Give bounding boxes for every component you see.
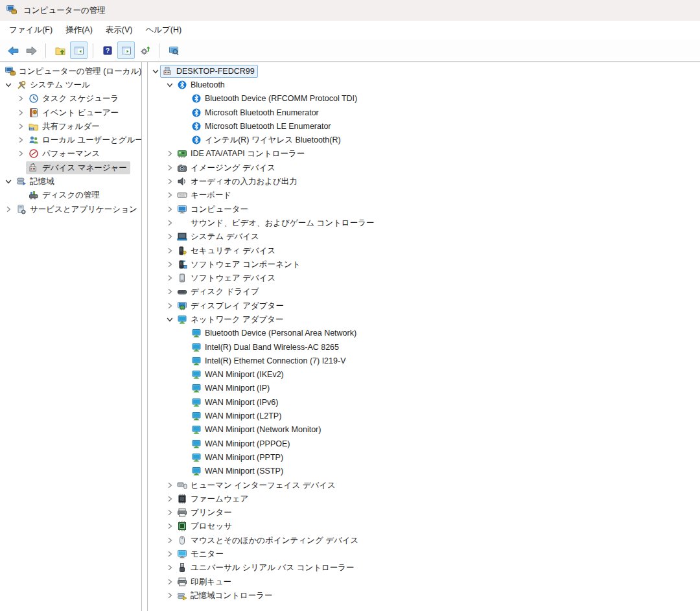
tree-item[interactable]: ユニバーサル シリアル バス コントローラー [148, 561, 700, 575]
tree-item[interactable]: ネットワーク アダプター [148, 312, 700, 326]
chevron-collapsed-icon[interactable] [165, 178, 174, 185]
tree-item[interactable]: WAN Miniport (L2TP) [148, 409, 700, 422]
tree-item[interactable]: オーディオの入力および出力 [148, 174, 700, 188]
tree-item-content: WAN Miniport (IP) [189, 382, 273, 395]
tree-item[interactable]: ディスク ドライブ [148, 285, 700, 299]
tree-item[interactable]: ディスクの管理 [0, 189, 141, 202]
tree-item[interactable]: 記憶域コントローラー [148, 588, 700, 602]
chevron-collapsed-icon[interactable] [165, 248, 174, 254]
tree-item[interactable]: コンピューターの管理 (ローカル) [0, 64, 141, 78]
chevron-collapsed-icon[interactable] [165, 551, 174, 557]
tree-item[interactable]: Bluetooth Device (Personal Area Network) [148, 327, 700, 340]
help-button[interactable]: ? [99, 41, 116, 59]
tree-item[interactable]: WAN Miniport (Network Monitor) [148, 423, 700, 437]
tree-item[interactable]: ソフトウェア デバイス [148, 271, 700, 284]
tree-item[interactable]: イメージング デバイス [148, 161, 700, 174]
tree-item[interactable]: WAN Miniport (PPPOE) [148, 437, 700, 450]
disk-management-icon [28, 190, 39, 200]
tree-item[interactable]: コンピューター [148, 202, 700, 216]
tree-item[interactable]: ファームウェア [148, 492, 700, 505]
tree-item[interactable]: プロセッサ [148, 520, 700, 533]
tree-item-content: イメージング デバイス [174, 161, 279, 174]
tree-item[interactable]: キーボード [148, 189, 700, 202]
remote-computer-button[interactable] [165, 41, 182, 59]
tree-item[interactable]: サービスとアプリケーション [0, 202, 141, 216]
tree-item[interactable]: Bluetooth Device (RFCOMM Protocol TDI) [148, 92, 700, 106]
forward-button[interactable] [23, 41, 40, 59]
tree-item[interactable]: ローカル ユーザーとグループ [0, 133, 141, 146]
chevron-collapsed-icon[interactable] [165, 150, 174, 157]
back-button[interactable] [4, 41, 21, 59]
chevron-collapsed-icon[interactable] [165, 261, 174, 268]
chevron-collapsed-icon[interactable] [15, 123, 26, 130]
chevron-collapsed-icon[interactable] [15, 110, 26, 116]
tree-item[interactable]: WAN Miniport (SSTP) [148, 465, 700, 478]
show-console-tree-button[interactable] [70, 41, 88, 59]
tree-item[interactable]: サウンド、ビデオ、およびゲーム コントローラー [148, 216, 700, 229]
tree-item[interactable]: デバイス マネージャー [0, 161, 141, 174]
chevron-collapsed-icon[interactable] [15, 150, 26, 157]
chevron-collapsed-icon[interactable] [165, 288, 174, 295]
chevron-collapsed-icon[interactable] [165, 537, 174, 544]
tree-item[interactable]: モニター [148, 547, 700, 560]
chevron-expanded-icon[interactable] [165, 82, 174, 88]
tree-item[interactable]: イベント ビューアー [0, 106, 141, 119]
tree-item[interactable]: システム ツール [0, 78, 141, 91]
export-list-button[interactable] [136, 41, 154, 59]
chevron-expanded-icon[interactable] [151, 68, 160, 75]
tree-item[interactable]: インテル(R) ワイヤレス Bluetooth(R) [148, 133, 700, 146]
chevron-collapsed-icon[interactable] [165, 220, 174, 226]
chevron-collapsed-icon[interactable] [3, 206, 14, 213]
chevron-collapsed-icon[interactable] [165, 165, 174, 171]
tree-item[interactable]: IDE ATA/ATAPI コントローラー [148, 147, 700, 161]
chevron-collapsed-icon[interactable] [165, 482, 174, 489]
chevron-collapsed-icon[interactable] [165, 206, 174, 213]
tree-item[interactable]: Bluetooth [148, 78, 700, 91]
tree-item[interactable]: WAN Miniport (IKEv2) [148, 368, 700, 382]
chevron-collapsed-icon[interactable] [165, 303, 174, 309]
up-one-level-button[interactable] [51, 41, 69, 59]
tree-item[interactable]: セキュリティ デバイス [148, 244, 700, 257]
tree-item[interactable]: WAN Miniport (PPTP) [148, 450, 700, 464]
tree-item[interactable]: ディスプレイ アダプター [148, 299, 700, 312]
chevron-collapsed-icon[interactable] [15, 137, 26, 143]
system-device-icon [176, 231, 187, 242]
chevron-collapsed-icon[interactable] [165, 192, 174, 198]
tree-item[interactable]: DESKTOP-FEDCR99 [148, 64, 700, 78]
tree-item[interactable]: Intel(R) Ethernet Connection (7) I219-V [148, 354, 700, 367]
chevron-collapsed-icon[interactable] [165, 523, 174, 529]
chevron-expanded-icon[interactable] [165, 316, 174, 323]
menu-item-help[interactable]: ヘルプ(H) [139, 21, 188, 39]
tree-item[interactable]: 22共有フォルダー [0, 119, 141, 133]
chevron-expanded-icon[interactable] [3, 82, 14, 88]
tree-item[interactable]: 記憶域 [0, 174, 141, 188]
tree-item[interactable]: ヒューマン インターフェイス デバイス [148, 478, 700, 492]
tree-item[interactable]: ソフトウェア コンポーネント [148, 257, 700, 271]
chevron-collapsed-icon[interactable] [165, 564, 174, 571]
tree-item[interactable]: システム デバイス [148, 230, 700, 244]
menu-item-action[interactable]: 操作(A) [59, 21, 99, 39]
tree-item[interactable]: 印刷キュー [148, 575, 700, 588]
chevron-collapsed-icon[interactable] [165, 509, 174, 516]
menu-item-view[interactable]: 表示(V) [99, 21, 139, 39]
tree-item[interactable]: タスク スケジューラ [0, 92, 141, 106]
tree-item[interactable]: WAN Miniport (IPv6) [148, 395, 700, 409]
tree-item[interactable]: プリンター [148, 506, 700, 520]
chevron-collapsed-icon[interactable] [165, 592, 174, 599]
tree-item-label: Bluetooth Device (RFCOMM Protocol TDI) [205, 93, 357, 104]
tree-item[interactable]: マウスとそのほかのポインティング デバイス [148, 533, 700, 547]
tree-item[interactable]: Intel(R) Dual Band Wireless-AC 8265 [148, 340, 700, 354]
pane-splitter[interactable] [142, 62, 147, 611]
chevron-expanded-icon[interactable] [3, 178, 14, 185]
tree-item[interactable]: WAN Miniport (IP) [148, 382, 700, 395]
tree-item[interactable]: Microsoft Bluetooth Enumerator [148, 106, 700, 119]
menu-item-file[interactable]: ファイル(F) [3, 21, 59, 39]
show-action-pane-button[interactable] [117, 41, 135, 59]
tree-item[interactable]: Microsoft Bluetooth LE Enumerator [148, 119, 700, 133]
tree-item[interactable]: パフォーマンス [0, 147, 141, 161]
chevron-collapsed-icon[interactable] [165, 579, 174, 585]
chevron-collapsed-icon[interactable] [15, 95, 26, 102]
chevron-collapsed-icon[interactable] [165, 233, 174, 240]
chevron-collapsed-icon[interactable] [165, 275, 174, 281]
chevron-collapsed-icon[interactable] [165, 496, 174, 502]
